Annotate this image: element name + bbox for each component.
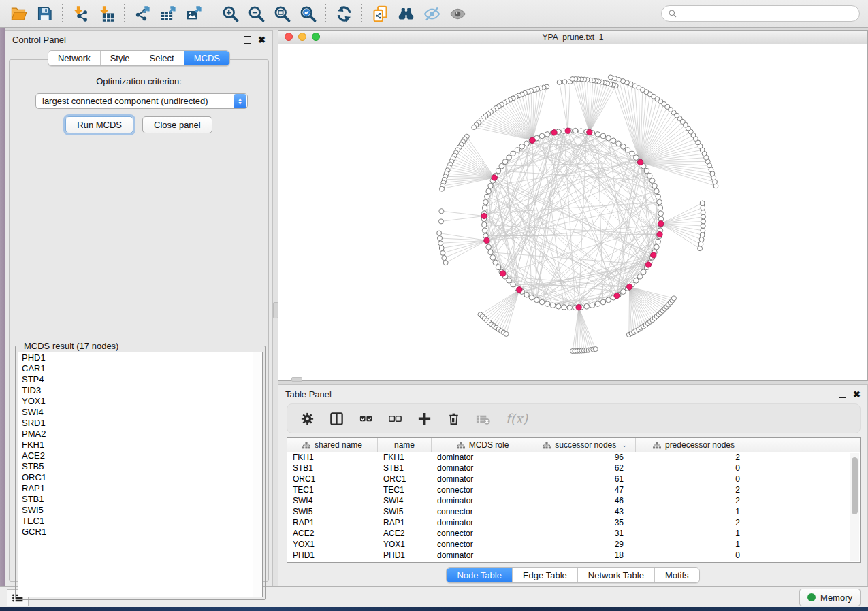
mcds-result-item[interactable]: ACE2 [18,450,262,461]
search-input[interactable] [681,8,853,19]
close-panel-button[interactable]: Close panel [142,116,212,133]
mcds-result-item[interactable]: TEC1 [18,516,262,527]
window-close-icon[interactable] [285,33,293,41]
mcds-result-item[interactable]: PHD1 [18,352,262,363]
deselect-all-button[interactable] [385,408,405,429]
optimization-criterion-label: Optimization criterion: [10,76,268,86]
cell-shared_name: STB1 [287,463,378,474]
mcds-result-item[interactable]: TID3 [18,385,262,396]
tab-style[interactable]: Style [101,51,140,65]
result-list-scrollbar[interactable] [253,352,262,597]
search-network-icon [397,5,415,23]
delete-column-button[interactable] [443,408,464,429]
table-row[interactable]: SWI5SWI5connector431 [287,507,860,518]
table-body: FKH1FKH1dominator962STB1STB1dominator620… [287,452,860,561]
table-scrollbar[interactable] [850,453,859,561]
column-header-predecessor-nodes[interactable]: predecessor nodes [636,438,752,452]
function-builder-icon: f(x) [506,411,528,426]
mcds-result-item[interactable]: GCR1 [18,527,262,538]
select-all-button[interactable] [355,408,376,429]
float-table-panel-icon[interactable] [839,391,846,398]
tab-motifs[interactable]: Motifs [655,568,699,582]
tab-edge-table[interactable]: Edge Table [513,568,578,582]
mcds-result-item[interactable]: SWI5 [18,505,262,516]
zoom-out-button[interactable] [243,2,269,25]
show-all-button[interactable] [445,2,470,25]
function-builder-button[interactable]: f(x) [502,408,532,429]
import-network-button[interactable] [67,2,93,25]
tab-mcds[interactable]: MCDS [184,51,229,65]
mcds-result-item[interactable]: SWI4 [18,407,262,418]
column-header-shared-name[interactable]: shared name [287,438,378,452]
import-table-button[interactable] [93,2,119,25]
mcds-result-item[interactable]: SRD1 [18,418,262,429]
network-search-field[interactable] [661,5,860,22]
duplicate-network-button[interactable] [367,2,393,25]
zoom-fit-button[interactable] [269,2,295,25]
mcds-result-item[interactable]: PMA2 [18,429,262,440]
settings-button[interactable] [297,408,317,429]
close-panel-icon[interactable]: ✖ [258,37,266,43]
mcds-result-item[interactable]: STB5 [18,461,262,472]
mcds-result-item[interactable]: STB1 [18,494,262,505]
mcds-result-item[interactable]: RAP1 [18,483,262,494]
tab-node-table[interactable]: Node Table [447,568,513,582]
export-network-button[interactable] [129,2,155,25]
attribute-icon [653,442,661,449]
table-row[interactable]: ACE2ACE2connector311 [287,529,860,540]
cell-shared_name: SWI5 [287,507,378,518]
window-minimize-icon[interactable] [298,33,306,41]
cell-shared_name: RAP1 [287,518,378,529]
table-row[interactable]: STB1STB1dominator620 [287,463,860,474]
table-scrollbar-thumb[interactable] [852,457,858,514]
table-row[interactable]: RAP1RAP1dominator352 [287,518,860,529]
tab-select[interactable]: Select [140,51,184,65]
mcds-result-item[interactable]: CAR1 [18,363,262,374]
column-header-MCDS-role[interactable]: MCDS role [432,438,534,452]
column-header-successor-nodes[interactable]: successor nodes⌄ [534,438,636,452]
cell-predecessor_nodes: 2 [636,496,752,507]
mcds-result-item[interactable]: FKH1 [18,440,262,450]
save-session-button[interactable] [31,2,57,25]
zoom-out-icon [247,5,266,23]
column-header-name[interactable]: name [378,438,432,452]
refresh-button[interactable] [331,2,357,25]
window-maximize-icon[interactable] [312,33,320,41]
float-panel-icon[interactable] [244,36,251,44]
mcds-result-list[interactable]: PHD1CAR1STP4TID3YOX1SWI4SRD1PMA2FKH1ACE2… [18,352,263,597]
export-table-button[interactable] [155,2,181,25]
horizontal-splitter-grip[interactable] [291,377,302,382]
network-canvas[interactable] [278,44,867,380]
mcds-result-item[interactable]: YOX1 [18,396,262,407]
table-row[interactable]: YOX1YOX1connector291 [287,540,860,550]
table-row[interactable]: FKH1FKH1dominator962 [287,452,860,463]
split-view-button[interactable] [326,408,347,429]
delete-table-button[interactable] [472,408,493,429]
mcds-result-item[interactable]: ORC1 [18,472,262,483]
export-image-button[interactable] [181,2,207,25]
cell-predecessor_nodes: 2 [636,452,752,463]
table-row[interactable]: SWI4SWI4dominator462 [287,496,860,507]
table-row[interactable]: ORC1ORC1dominator610 [287,474,860,485]
zoom-in-button[interactable] [217,2,243,25]
hide-selected-button[interactable] [419,2,445,25]
optimization-criterion-dropdown[interactable]: largest connected component (undirected)… [35,93,248,109]
column-label: predecessor nodes [665,440,735,450]
close-table-panel-icon[interactable]: ✖ [853,391,861,397]
network-window-titlebar[interactable]: YPA_prune.txt_1 [278,31,867,44]
network-graph[interactable] [278,44,867,380]
open-file-button[interactable] [5,2,31,25]
attribute-icon [457,442,465,449]
export-table-icon [159,5,178,23]
tab-network[interactable]: Network [48,51,101,65]
tab-network-table[interactable]: Network Table [578,568,655,582]
search-network-button[interactable] [393,2,419,25]
cell-mcds_role: dominator [432,474,534,485]
zoom-selected-button[interactable] [295,2,321,25]
add-column-button[interactable] [414,408,434,429]
mcds-result-item[interactable]: STP4 [18,374,262,385]
memory-button[interactable]: Memory [799,589,861,606]
run-mcds-button[interactable]: Run MCDS [65,116,133,133]
table-row[interactable]: TEC1TEC1connector472 [287,485,860,496]
table-row[interactable]: PHD1PHD1dominator180 [287,550,860,561]
